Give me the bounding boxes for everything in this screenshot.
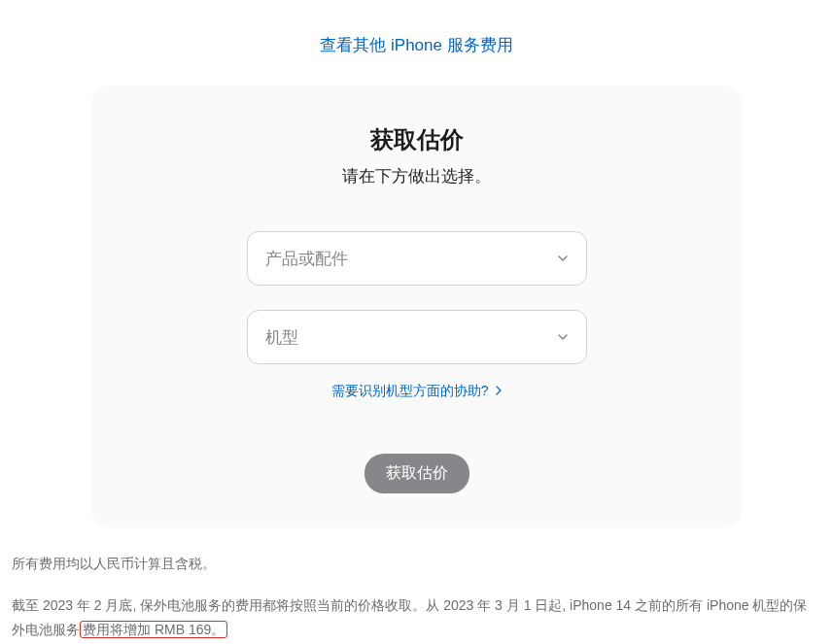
estimate-card: 获取估价 请在下方做出选择。 产品或配件 机型 需要识别机型方面的协助? 获取估… [91,85,743,527]
product-select-wrapper: 产品或配件 [247,231,587,286]
footer-text: 所有费用均以人民币计算且含税。 截至 2023 年 2 月底, 保外电池服务的费… [12,552,809,643]
chevron-down-icon [557,253,569,264]
help-link-text: 需要识别机型方面的协助? [331,383,489,398]
price-increase-highlight: 费用将增加 RMB 169。 [80,621,227,638]
model-select[interactable]: 机型 [247,310,587,364]
model-select-placeholder: 机型 [265,326,298,349]
footer-line-2: 截至 2023 年 2 月底, 保外电池服务的费用都将按照当前的价格收取。从 2… [12,593,809,642]
card-subtitle: 请在下方做出选择。 [140,165,694,187]
identify-model-link[interactable]: 需要识别机型方面的协助? [331,383,503,398]
chevron-down-icon [557,331,569,343]
model-select-wrapper: 机型 [247,310,587,364]
get-estimate-button[interactable]: 获取估价 [364,454,469,493]
card-title: 获取估价 [140,124,694,155]
submit-wrapper: 获取估价 [140,454,694,493]
chevron-right-icon [496,386,502,395]
product-select-placeholder: 产品或配件 [265,248,348,270]
product-select[interactable]: 产品或配件 [247,231,587,286]
other-services-link[interactable]: 查看其他 iPhone 服务费用 [320,36,512,54]
help-link-wrapper: 需要识别机型方面的协助? [140,382,694,400]
footer-line-1: 所有费用均以人民币计算且含税。 [12,552,809,576]
top-link-wrapper: 查看其他 iPhone 服务费用 [0,34,833,56]
